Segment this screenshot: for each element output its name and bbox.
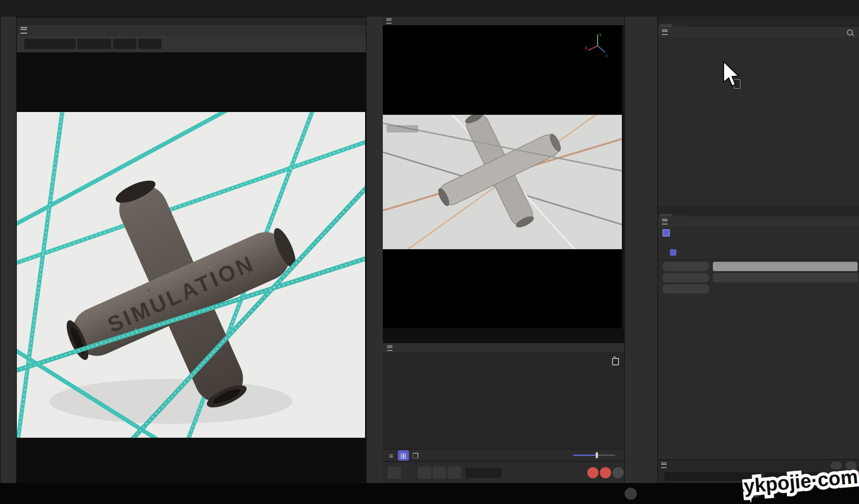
hamburger-icon[interactable]	[21, 27, 27, 34]
arrow-circle-icon	[625, 488, 637, 500]
rope-tag-icon	[662, 229, 670, 237]
cache-mode-checkbox[interactable]	[670, 249, 676, 256]
right-palette-a	[624, 17, 641, 486]
watermark-text: ykpojie·com	[743, 465, 859, 497]
colorspace-dropdown[interactable]	[24, 39, 76, 49]
material-menubar	[383, 342, 626, 353]
right-panel	[657, 17, 859, 483]
attribute-section-tabs	[658, 239, 859, 244]
top-toolbar	[0, 0, 859, 17]
cache-scene-button[interactable]	[713, 262, 858, 271]
hamburger-icon[interactable]	[662, 29, 668, 35]
viewport-menubar	[383, 17, 625, 25]
svg-text:z: z	[606, 53, 608, 58]
calc-cache-button[interactable]	[662, 262, 709, 271]
viewport-scene	[383, 115, 622, 249]
grid-view-icon[interactable]: ⊞	[398, 450, 409, 461]
list-view-icon[interactable]: ≡	[386, 450, 397, 461]
attribute-menubar	[658, 217, 859, 227]
trash-icon[interactable]	[612, 358, 619, 365]
cache-group-label	[658, 244, 859, 247]
search-icon[interactable]	[847, 29, 853, 35]
axis-gizmo-icon: Y X z	[584, 32, 609, 58]
c4d-application: SIMULATION Y X	[0, 0, 859, 504]
right-palette-b	[641, 17, 658, 486]
rendered-image: SIMULATION	[17, 112, 365, 438]
loop-button[interactable]	[418, 467, 431, 479]
svg-text:X: X	[584, 46, 587, 50]
hud-chip	[387, 125, 418, 133]
viewport-render-band	[383, 115, 622, 249]
preview-view-icon[interactable]: ❒	[410, 450, 421, 461]
viewport-info-bar	[383, 329, 629, 341]
preview-size-slider[interactable]	[573, 455, 615, 456]
live-viewer-menubar	[17, 25, 370, 35]
hamburger-icon[interactable]	[386, 18, 391, 23]
update-frame-button[interactable]	[662, 284, 709, 294]
resolution-field[interactable]	[138, 39, 162, 49]
hamburger-icon[interactable]	[661, 462, 667, 468]
live-viewer-titlebar	[17, 18, 369, 25]
clear-cache-button[interactable]	[662, 273, 709, 282]
object-manager-menubar	[658, 27, 859, 37]
record-keyframe-button[interactable]	[387, 467, 401, 479]
perspective-viewport[interactable]: Y X z	[383, 25, 622, 341]
object-tree	[658, 37, 859, 187]
octane-tool-column	[366, 17, 384, 486]
mouse-cursor-icon	[723, 62, 744, 88]
hamburger-icon[interactable]	[662, 219, 668, 224]
material-list	[383, 371, 626, 452]
cache-mode-row	[658, 247, 859, 260]
material-toolbar	[383, 352, 627, 371]
svg-text:Y: Y	[599, 33, 602, 37]
autokey-range-button[interactable]	[433, 467, 446, 479]
keying-settings-button[interactable]	[613, 467, 624, 478]
material-viewmode-bar: ≡ ⊞ ❒	[383, 449, 625, 462]
kernel-dropdown[interactable]	[77, 39, 111, 49]
footer-bar	[0, 483, 859, 504]
render-viewport[interactable]: SIMULATION	[17, 52, 366, 483]
live-viewer-toolbar	[17, 35, 369, 52]
clear-scene-cache-button[interactable]	[713, 273, 858, 282]
hamburger-icon[interactable]	[387, 345, 392, 350]
record-button[interactable]	[587, 467, 598, 478]
left-tool-column	[0, 17, 17, 486]
object-manager-tabs	[658, 17, 859, 27]
timeline-transport	[383, 461, 627, 483]
sound-button[interactable]	[448, 467, 461, 479]
autokey-button[interactable]	[600, 467, 611, 478]
attribute-object-row	[658, 227, 859, 239]
frame-field[interactable]	[465, 468, 502, 478]
attribute-manager-tabs	[658, 206, 859, 217]
samples-field[interactable]	[113, 39, 136, 49]
